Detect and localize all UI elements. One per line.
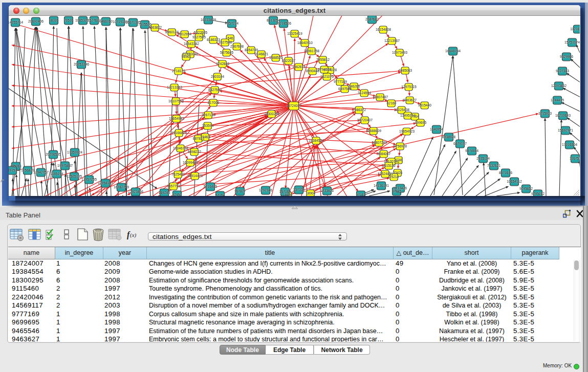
svg-text:12505135: 12505135: [67, 174, 82, 178]
svg-text:6466160: 6466160: [99, 19, 113, 23]
svg-text:8427552: 8427552: [208, 88, 222, 92]
svg-text:12923466: 12923466: [128, 190, 143, 193]
svg-text:746266: 746266: [349, 84, 360, 88]
svg-text:16782759: 16782759: [114, 185, 129, 189]
svg-text:16648784: 16648784: [445, 49, 461, 53]
svg-text:5875645: 5875645: [220, 51, 233, 54]
svg-text:9146821: 9146821: [255, 52, 268, 56]
svg-text:20053346: 20053346: [74, 62, 89, 66]
svg-text:2718176: 2718176: [172, 69, 185, 73]
svg-text:79463: 79463: [201, 135, 210, 139]
svg-text:1588520: 1588520: [269, 56, 282, 59]
svg-text:16914479: 16914479: [187, 174, 203, 178]
svg-text:10958187: 10958187: [98, 181, 113, 185]
svg-text:16154808: 16154808: [376, 28, 391, 31]
svg-text:39151: 39151: [9, 168, 17, 172]
svg-text:11325419: 11325419: [287, 32, 302, 35]
svg-text:19975887: 19975887: [57, 164, 73, 167]
svg-text:10973493: 10973493: [392, 51, 407, 54]
svg-text:2367608: 2367608: [230, 45, 244, 48]
svg-text:546: 546: [227, 36, 233, 40]
svg-text:169245: 169245: [159, 191, 170, 194]
svg-text:1621075: 1621075: [320, 75, 334, 78]
svg-text:14136141: 14136141: [374, 184, 389, 187]
svg-text:14055714: 14055714: [9, 20, 23, 24]
svg-text:7964: 7964: [411, 115, 419, 118]
svg-text:87945: 87945: [392, 189, 402, 193]
svg-text:33426: 33426: [393, 171, 403, 174]
svg-text:9327505: 9327505: [192, 35, 206, 39]
svg-text:2803144: 2803144: [211, 75, 224, 78]
svg-text:9245652: 9245652: [519, 187, 533, 190]
svg-text:10654112: 10654112: [507, 180, 522, 183]
svg-text:15751074: 15751074: [564, 40, 580, 44]
svg-text:9227343: 9227343: [556, 69, 569, 73]
svg-text:16543382: 16543382: [184, 42, 199, 46]
svg-text:25214: 25214: [389, 175, 399, 179]
svg-text:8960124: 8960124: [165, 30, 179, 34]
svg-text:19218506: 19218506: [276, 21, 291, 25]
svg-text:485061: 485061: [10, 164, 22, 168]
svg-text:17957255: 17957255: [81, 178, 97, 181]
svg-text:5498222: 5498222: [188, 150, 201, 154]
svg-text:9777169: 9777169: [334, 80, 347, 83]
svg-text:157164: 157164: [279, 190, 291, 193]
svg-text:10807487: 10807487: [373, 95, 388, 99]
svg-text:16033809: 16033809: [201, 18, 216, 21]
svg-text:9474444: 9474444: [465, 149, 478, 152]
svg-text:7986372: 7986372: [353, 108, 366, 112]
svg-text:12213967: 12213967: [384, 39, 400, 42]
svg-text:7515526: 7515526: [138, 23, 151, 26]
svg-text:116753: 116753: [570, 157, 580, 160]
svg-text:9756928: 9756928: [394, 144, 407, 148]
svg-text:3267130: 3267130: [202, 113, 215, 117]
svg-text:9515440: 9515440: [418, 103, 431, 107]
svg-text:19654923: 19654923: [399, 129, 415, 133]
svg-text:12093832: 12093832: [551, 84, 567, 87]
svg-text:3124554: 3124554: [358, 91, 371, 95]
svg-text:9657791: 9657791: [167, 184, 180, 188]
svg-text:16099489: 16099489: [183, 161, 198, 164]
svg-text:137334: 137334: [293, 188, 305, 191]
svg-text:16107553: 16107553: [168, 99, 184, 103]
svg-text:7663822: 7663822: [148, 26, 162, 29]
svg-text:16961758: 16961758: [304, 49, 319, 53]
svg-text:1244415: 1244415: [551, 98, 564, 102]
svg-text:2087682: 2087682: [365, 17, 379, 21]
svg-text:9329966: 9329966: [560, 55, 573, 58]
svg-text:167827: 167827: [234, 189, 246, 193]
svg-text:9084067: 9084067: [377, 152, 390, 156]
svg-text:1562615: 1562615: [292, 65, 306, 69]
svg-text:353594: 353594: [202, 124, 214, 127]
svg-text:1640954: 1640954: [430, 127, 443, 131]
svg-text:5322605: 5322605: [194, 31, 207, 34]
svg-text:16210643: 16210643: [555, 114, 571, 117]
svg-text:15720407: 15720407: [357, 118, 373, 122]
svg-text:8938928: 8938928: [442, 135, 455, 139]
svg-text:8322037: 8322037: [282, 59, 295, 62]
svg-text:12213363: 12213363: [167, 85, 182, 89]
svg-text:18300295: 18300295: [264, 112, 279, 116]
svg-text:11218506: 11218506: [570, 27, 580, 31]
svg-text:2935114: 2935114: [476, 157, 490, 160]
svg-text:62160: 62160: [387, 101, 397, 105]
svg-text:7625402: 7625402: [171, 172, 185, 176]
svg-text:9327508: 9327508: [219, 40, 232, 44]
svg-text:18904: 18904: [306, 191, 316, 195]
svg-text:8912954: 8912954: [178, 32, 191, 36]
svg-text:9242848: 9242848: [216, 62, 229, 65]
svg-text:6794028: 6794028: [318, 68, 331, 71]
svg-text:7357224: 7357224: [225, 21, 238, 25]
svg-text:20691406: 20691406: [28, 19, 43, 23]
svg-text:18316: 18316: [49, 18, 59, 22]
svg-text:7955812: 7955812: [316, 58, 330, 61]
svg-text:17016504: 17016504: [562, 143, 577, 146]
svg-text:18724007: 18724007: [286, 104, 301, 107]
svg-text:1145194: 1145194: [50, 172, 63, 176]
svg-text:20206535: 20206535: [46, 152, 61, 156]
svg-text:1733426: 1733426: [320, 189, 334, 192]
svg-text:19166825: 19166825: [171, 131, 187, 135]
svg-text:19654983: 19654983: [169, 117, 184, 120]
svg-text:817006: 817006: [208, 101, 220, 104]
svg-text:10025438: 10025438: [394, 108, 409, 112]
